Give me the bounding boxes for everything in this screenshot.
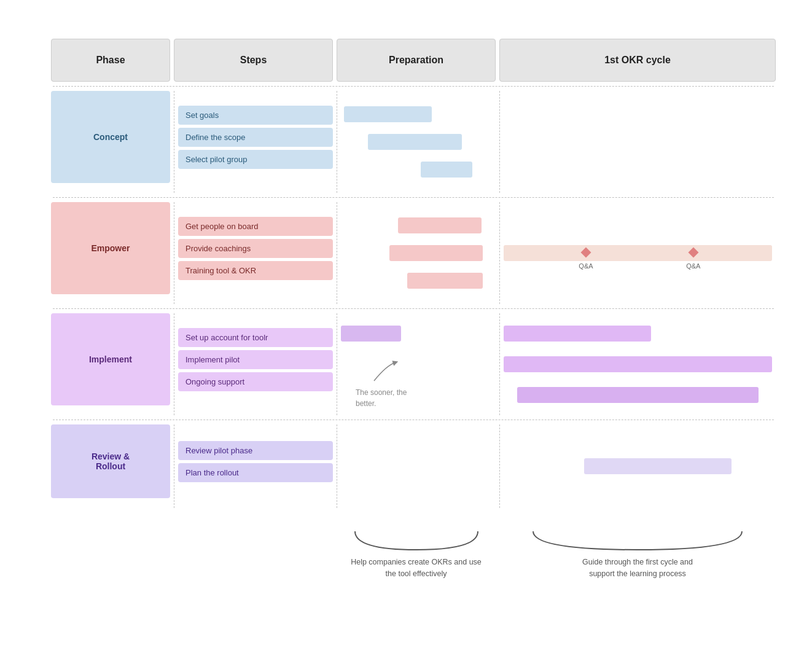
concept-bar-1	[344, 106, 432, 122]
phase-concept: Concept	[51, 91, 170, 193]
concept-phase-box: Concept	[51, 91, 170, 183]
review-phase-box: Review & Rollout	[51, 424, 170, 498]
prep-empower	[337, 202, 496, 304]
qa-marker-1: Q&A	[579, 245, 593, 270]
steps-empower: Get people on board Provide coachings Tr…	[174, 202, 333, 304]
header-phase: Phase	[51, 39, 170, 82]
steps-review: Review pilot phase Plan the rollout	[174, 424, 333, 508]
step-review-pilot: Review pilot phase	[178, 441, 333, 460]
implement-cycle-bar-1	[504, 326, 651, 342]
step-set-goals: Set goals	[178, 106, 333, 125]
empower-cycle-bg	[504, 245, 772, 261]
annotation-empty-1	[49, 528, 172, 580]
step-ongoing-support: Ongoing support	[178, 372, 333, 391]
cycle-review	[499, 424, 776, 508]
step-select-pilot: Select pilot group	[178, 150, 333, 169]
empower-phase-box: Empower	[51, 202, 170, 294]
header-preparation: Preparation	[337, 39, 496, 82]
review-cycle-bar	[584, 458, 732, 474]
brace-cycle-icon	[527, 528, 748, 553]
steps-concept: Set goals Define the scope Select pilot …	[174, 91, 333, 193]
implement-phase-box: Implement	[51, 313, 170, 405]
empower-prep-bar-2	[389, 245, 483, 261]
steps-implement: Set up account for toolr Implement pilot…	[174, 313, 333, 415]
qa-label-1: Q&A	[579, 262, 593, 270]
annotation-prep: Help companies create OKRs and use the t…	[335, 528, 497, 580]
implement-cycle-bar-3	[517, 387, 759, 403]
diamond-2	[688, 248, 698, 258]
sooner-annotation: The sooner, thebetter.	[356, 387, 407, 409]
step-plan-rollout: Plan the rollout	[178, 463, 333, 482]
prep-review	[337, 424, 496, 508]
concept-bar-2	[368, 134, 462, 150]
concept-bar-3	[421, 162, 472, 178]
cycle-implement	[499, 313, 776, 415]
annotation-prep-text: Help companies create OKRs and use the t…	[351, 557, 482, 580]
implement-prep-bar-1	[341, 326, 401, 342]
header-steps: Steps	[174, 39, 333, 82]
annotation-empty-2	[172, 528, 335, 580]
diamond-1	[580, 248, 591, 258]
prep-concept	[337, 91, 496, 193]
step-define-scope: Define the scope	[178, 128, 333, 147]
cycle-concept	[499, 91, 776, 193]
qa-label-2: Q&A	[686, 262, 700, 270]
step-setup-account: Set up account for toolr	[178, 328, 333, 347]
prep-implement: The sooner, thebetter.	[337, 313, 496, 415]
phase-empower: Empower	[51, 202, 170, 304]
empower-prep-bar-3	[407, 273, 483, 289]
step-coachings: Provide coachings	[178, 239, 333, 258]
header-cycle: 1st OKR cycle	[499, 39, 776, 82]
arrow-icon	[368, 359, 399, 384]
brace-prep-icon	[349, 528, 484, 553]
annotation-cycle: Guide through the first cycle and suppor…	[497, 528, 778, 580]
empower-prep-bar-1	[398, 217, 481, 233]
step-get-people: Get people on board	[178, 217, 333, 236]
annotation-cycle-text: Guide through the first cycle and suppor…	[582, 557, 693, 580]
phase-review: Review & Rollout	[51, 424, 170, 508]
step-training: Training tool & OKR	[178, 261, 333, 280]
implement-cycle-bar-2	[504, 356, 772, 372]
cycle-empower: Q&A Q&A	[499, 202, 776, 304]
qa-marker-2: Q&A	[686, 245, 700, 270]
step-implement-pilot: Implement pilot	[178, 350, 333, 369]
phase-implement: Implement	[51, 313, 170, 415]
